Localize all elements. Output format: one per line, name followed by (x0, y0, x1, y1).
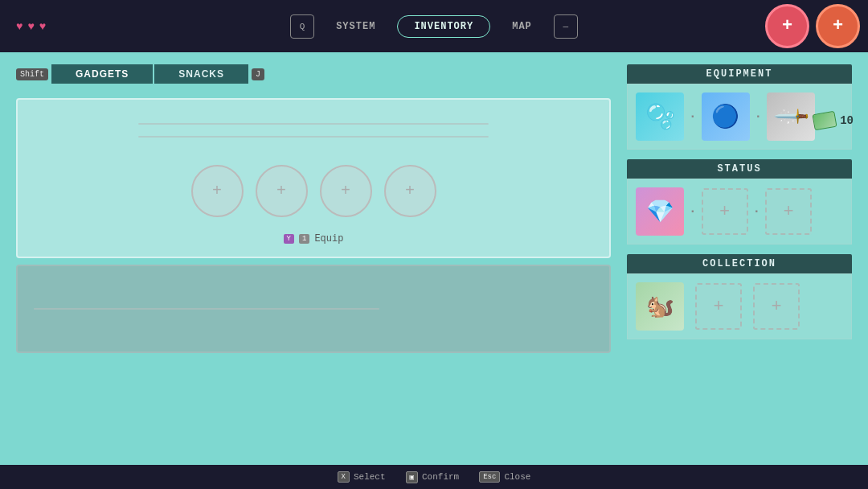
action-select: X Select (338, 471, 386, 483)
slot-sep-1: · (689, 109, 697, 124)
hearts-display: ♥ ♥ ♥ (16, 20, 46, 33)
deco-line-1 (138, 123, 489, 125)
select-label: Select (354, 472, 386, 482)
status-section: STATUS 💎 · + · + (627, 159, 852, 244)
confirm-label: Confirm (422, 472, 459, 482)
gadget-slot-2[interactable]: + (256, 165, 308, 217)
slot-sep-2: · (755, 109, 763, 124)
action-confirm: ▣ Confirm (406, 471, 460, 483)
equipment-slot-shield[interactable]: 🔵 (702, 92, 750, 141)
gadget-slots: + + + + (191, 157, 436, 225)
close-label: Close (504, 472, 530, 482)
status-slot-empty-2[interactable]: + (765, 188, 812, 235)
tab-minus-key[interactable]: — (554, 14, 578, 39)
gadget-area: + + + + Y 1 Equip (16, 98, 611, 258)
j-key: J (252, 68, 264, 80)
collection-header: COLLECTION (627, 254, 852, 273)
equip-key-1: 1 (299, 234, 309, 244)
slot-sep-4: · (753, 204, 761, 219)
collection-slots: 🐿️ + + (627, 273, 852, 339)
top-bar: ♥ ♥ ♥ Q SYSTEM INVENTORY MAP — + + (0, 0, 868, 52)
tab-inventory[interactable]: INVENTORY (397, 15, 490, 38)
status-header: STATUS (627, 159, 852, 179)
gadget-slot-3[interactable]: + (320, 165, 372, 217)
slot-sep-3: · (689, 204, 697, 219)
collection-slot-empty-1[interactable]: + (695, 283, 742, 330)
top-right-buttons: + + (765, 4, 860, 48)
status-slots: 💎 · + · + (627, 179, 852, 244)
close-key: Esc (479, 471, 500, 483)
collection-slot-creature[interactable]: 🐿️ (636, 282, 684, 331)
tab-switcher: Shift GADGETS SNACKS J (16, 64, 611, 84)
gadgets-tab[interactable]: GADGETS (51, 64, 153, 84)
tab-system[interactable]: SYSTEM (319, 15, 392, 38)
deco-line-2 (138, 136, 489, 138)
equip-label: Equip (314, 233, 343, 244)
currency-icon (813, 111, 837, 131)
bottom-bar: X Select ▣ Confirm Esc Close (0, 465, 868, 489)
left-panel: Shift GADGETS SNACKS J + + + + Y 1 Equip (16, 60, 611, 457)
equip-key-y: Y (284, 234, 294, 244)
action-close: Esc Close (479, 471, 530, 483)
tab-map[interactable]: MAP (495, 15, 549, 38)
heart-1: ♥ (16, 20, 23, 33)
nav-tabs: Q SYSTEM INVENTORY MAP — (290, 14, 578, 39)
lines-decoration (87, 112, 541, 149)
plus-button-2[interactable]: + (816, 4, 860, 48)
collection-section: COLLECTION 🐿️ + + (627, 254, 852, 339)
equipment-section: EQUIPMENT 🫧 · 🔵 · 🗡️ (627, 64, 852, 150)
equipment-slot-character[interactable]: 🫧 (636, 92, 684, 141)
collection-slot-empty-2[interactable]: + (753, 283, 800, 330)
equipment-header: EQUIPMENT (627, 64, 852, 84)
right-panel: 10 EQUIPMENT 🫧 · 🔵 · 🗡️ STATUS (627, 60, 852, 457)
description-box (16, 265, 611, 353)
gadget-slot-1[interactable]: + (191, 165, 244, 217)
desc-line-1 (34, 308, 379, 310)
confirm-key: ▣ (406, 471, 418, 483)
currency-display: 10 (813, 113, 854, 129)
heart-3: ♥ (39, 20, 46, 33)
gadget-slot-4[interactable]: + (384, 165, 436, 217)
select-key: X (338, 471, 350, 483)
status-slot-empty-1[interactable]: + (702, 188, 748, 235)
shift-key: Shift (16, 68, 48, 80)
currency-amount: 10 (840, 114, 854, 127)
tab-q-key[interactable]: Q (290, 14, 314, 39)
equip-bar: Y 1 Equip (284, 233, 344, 244)
main-content: Shift GADGETS SNACKS J + + + + Y 1 Equip (0, 52, 868, 465)
snacks-tab[interactable]: SNACKS (154, 64, 248, 84)
heart-2: ♥ (27, 20, 34, 33)
equipment-slot-sword[interactable]: 🗡️ (767, 92, 815, 141)
plus-button-1[interactable]: + (765, 4, 809, 48)
status-slot-gem[interactable]: 💎 (636, 187, 684, 236)
